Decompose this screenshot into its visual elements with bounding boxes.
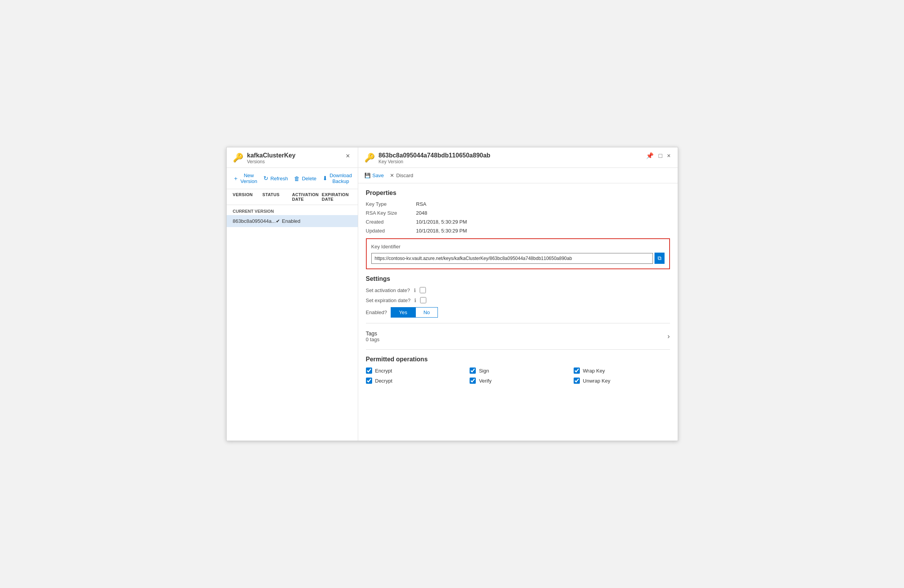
divider-2 <box>366 349 670 350</box>
enabled-yes-button[interactable]: Yes <box>391 307 415 318</box>
activation-date-checkbox[interactable] <box>420 287 426 293</box>
right-panel-close-button[interactable]: × <box>666 152 671 159</box>
new-version-button[interactable]: ＋ New Version <box>233 172 257 185</box>
save-button[interactable]: 💾 Save <box>364 172 384 179</box>
verify-checkbox[interactable] <box>470 378 476 384</box>
left-toolbar: ＋ New Version ↻ Refresh 🗑 Delete ⬇ Downl… <box>227 168 358 189</box>
left-panel-close-button[interactable]: × <box>344 152 352 160</box>
encrypt-checkbox[interactable] <box>366 368 372 374</box>
right-panel-subtitle: Key Version <box>379 159 490 164</box>
left-panel-header: 🔑 kafkaClusterKey Versions × <box>227 147 358 168</box>
col-header-version: VERSION <box>233 192 263 202</box>
properties-title: Properties <box>366 190 670 197</box>
row-status: ✔ Enabled <box>276 218 301 224</box>
checkmark-icon: ✔ <box>276 218 280 224</box>
save-icon: 💾 <box>364 173 371 178</box>
left-panel-subtitle: Versions <box>247 159 296 164</box>
sign-checkbox[interactable] <box>470 368 476 374</box>
left-panel: 🔑 kafkaClusterKey Versions × ＋ New Versi… <box>227 147 358 441</box>
expiration-date-row: Set expiration date? ℹ <box>366 297 670 303</box>
key-identifier-input[interactable] <box>371 253 653 264</box>
op-item-sign: Sign <box>470 368 566 374</box>
chevron-right-icon: › <box>668 332 670 340</box>
pin-button[interactable]: 📌 <box>645 152 655 159</box>
sign-label: Sign <box>479 368 489 374</box>
plus-icon: ＋ <box>233 175 239 182</box>
delete-label: Delete <box>302 176 316 181</box>
settings-title: Settings <box>366 275 670 282</box>
unwrap-key-checkbox[interactable] <box>574 378 580 384</box>
maximize-button[interactable]: □ <box>658 152 663 159</box>
activation-date-row: Set activation date? ℹ <box>366 287 670 293</box>
wrap-key-label: Wrap Key <box>583 368 605 374</box>
save-label: Save <box>373 173 384 178</box>
delete-icon: 🗑 <box>294 175 300 182</box>
col-header-status: STATUS <box>262 192 292 202</box>
col-header-activation: ACTIVATION DATE <box>292 192 322 202</box>
encrypt-label: Encrypt <box>375 368 392 374</box>
key-icon-left: 🔑 <box>233 153 243 163</box>
op-item-decrypt: Decrypt <box>366 378 462 384</box>
expiration-info-icon: ℹ <box>414 297 416 303</box>
tags-row[interactable]: Tags 0 tags › <box>366 329 670 344</box>
current-version-label: CURRENT VERSION <box>227 205 358 215</box>
left-panel-title: kafkaClusterKey <box>247 152 296 159</box>
right-panel: 🔑 863bc8a095044a748bdb110650a890ab Key V… <box>358 147 678 441</box>
permitted-operations-grid: Encrypt Sign Wrap Key Decrypt Verify <box>366 368 670 384</box>
wrap-key-checkbox[interactable] <box>574 368 580 374</box>
property-updated: Updated 10/1/2018, 5:30:29 PM <box>366 228 670 234</box>
enabled-toggle: Yes No <box>391 307 438 318</box>
refresh-label: Refresh <box>270 176 288 181</box>
activation-info-icon: ℹ <box>414 287 416 293</box>
discard-icon: ✕ <box>390 173 394 178</box>
unwrap-key-label: Unwrap Key <box>583 378 610 384</box>
right-panel-header: 🔑 863bc8a095044a748bdb110650a890ab Key V… <box>358 147 678 168</box>
enabled-no-button[interactable]: No <box>415 307 438 318</box>
property-created: Created 10/1/2018, 5:30:29 PM <box>366 219 670 225</box>
decrypt-checkbox[interactable] <box>366 378 372 384</box>
refresh-button[interactable]: ↻ Refresh <box>263 174 288 183</box>
download-backup-button[interactable]: ⬇ Download Backup <box>323 172 352 185</box>
new-version-label: New Version <box>241 173 257 184</box>
enabled-row: Enabled? Yes No <box>366 307 670 318</box>
key-icon-right: 🔑 <box>364 153 375 163</box>
refresh-icon: ↻ <box>263 175 268 182</box>
key-identifier-label: Key Identifier <box>371 244 665 250</box>
discard-button[interactable]: ✕ Discard <box>390 172 413 179</box>
right-content: Properties Key Type RSA RSA Key Size 204… <box>358 183 678 441</box>
op-item-unwrap-key: Unwrap Key <box>574 378 670 384</box>
col-header-expiration: EXPIRATION DATE <box>322 192 352 202</box>
permitted-operations-title: Permitted operations <box>366 356 670 363</box>
tags-count: 0 tags <box>366 337 379 342</box>
row-version: 863bc8a095044a... <box>233 218 276 224</box>
property-key-type: Key Type RSA <box>366 201 670 207</box>
decrypt-label: Decrypt <box>375 378 393 384</box>
op-item-verify: Verify <box>470 378 566 384</box>
expiration-date-checkbox[interactable] <box>420 297 426 303</box>
download-backup-label: Download Backup <box>330 173 352 184</box>
property-rsa-key-size: RSA Key Size 2048 <box>366 210 670 216</box>
verify-label: Verify <box>479 378 492 384</box>
table-row[interactable]: 863bc8a095044a... ✔ Enabled <box>227 215 358 227</box>
table-header: VERSION STATUS ACTIVATION DATE EXPIRATIO… <box>227 189 358 205</box>
delete-button[interactable]: 🗑 Delete <box>294 174 316 183</box>
op-item-encrypt: Encrypt <box>366 368 462 374</box>
copy-key-identifier-button[interactable]: ⧉ <box>655 253 665 264</box>
download-icon: ⬇ <box>323 175 328 182</box>
key-identifier-section: Key Identifier ⧉ <box>366 238 670 269</box>
copy-icon: ⧉ <box>658 255 661 262</box>
right-panel-title: 863bc8a095044a748bdb110650a890ab <box>379 152 490 159</box>
discard-label: Discard <box>396 173 413 178</box>
op-item-wrap-key: Wrap Key <box>574 368 670 374</box>
tags-label: Tags <box>366 330 379 337</box>
right-toolbar: 💾 Save ✕ Discard <box>358 168 678 183</box>
divider-1 <box>366 323 670 323</box>
